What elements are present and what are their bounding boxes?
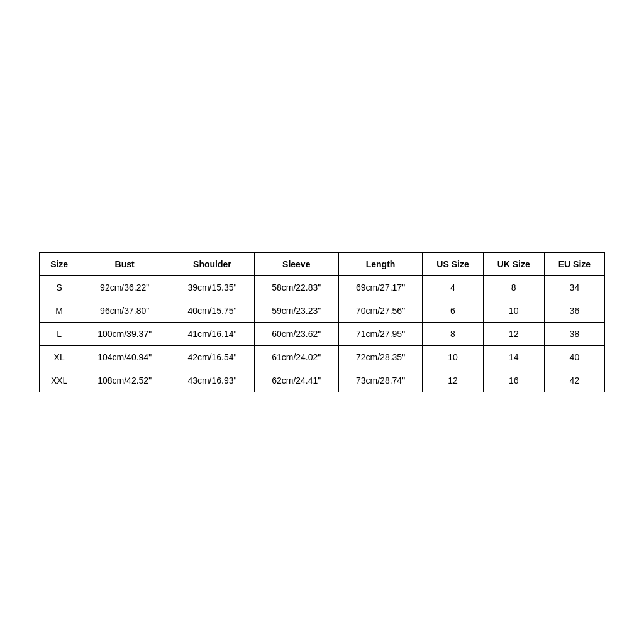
cell-eu_size: 36 <box>544 299 604 322</box>
cell-sleeve: 61cm/24.02" <box>254 345 338 369</box>
header-bust: Bust <box>79 252 170 275</box>
size-chart-table: Size Bust Shoulder Sleeve Length US Size… <box>39 252 605 392</box>
cell-eu_size: 38 <box>544 322 604 345</box>
cell-eu_size: 34 <box>544 275 604 299</box>
cell-length: 69cm/27.17" <box>338 275 423 299</box>
cell-shoulder: 43cm/16.93" <box>170 369 255 392</box>
cell-eu_size: 40 <box>544 345 604 369</box>
cell-shoulder: 39cm/15.35" <box>170 275 255 299</box>
cell-uk_size: 12 <box>483 322 544 345</box>
header-eu-size: EU Size <box>544 252 604 275</box>
cell-shoulder: 40cm/15.75" <box>170 299 255 322</box>
cell-bust: 100cm/39.37" <box>79 322 170 345</box>
table-row: S92cm/36.22"39cm/15.35"58cm/22.83"69cm/2… <box>40 275 605 299</box>
cell-sleeve: 58cm/22.83" <box>254 275 338 299</box>
cell-uk_size: 10 <box>483 299 544 322</box>
table-row: XL104cm/40.94"42cm/16.54"61cm/24.02"72cm… <box>40 345 605 369</box>
cell-bust: 104cm/40.94" <box>79 345 170 369</box>
cell-length: 71cm/27.95" <box>338 322 423 345</box>
cell-us_size: 10 <box>423 345 483 369</box>
cell-length: 73cm/28.74" <box>338 369 423 392</box>
cell-size: XL <box>40 345 79 369</box>
cell-us_size: 4 <box>423 275 483 299</box>
header-size: Size <box>40 252 79 275</box>
header-uk-size: UK Size <box>483 252 544 275</box>
header-length: Length <box>338 252 423 275</box>
size-chart-container: Size Bust Shoulder Sleeve Length US Size… <box>39 252 605 392</box>
table-header-row: Size Bust Shoulder Sleeve Length US Size… <box>40 252 605 275</box>
cell-sleeve: 60cm/23.62" <box>254 322 338 345</box>
cell-shoulder: 42cm/16.54" <box>170 345 255 369</box>
cell-uk_size: 14 <box>483 345 544 369</box>
table-row: M96cm/37.80"40cm/15.75"59cm/23.23"70cm/2… <box>40 299 605 322</box>
cell-uk_size: 8 <box>483 275 544 299</box>
cell-bust: 96cm/37.80" <box>79 299 170 322</box>
header-shoulder: Shoulder <box>170 252 255 275</box>
cell-length: 72cm/28.35" <box>338 345 423 369</box>
cell-size: XXL <box>40 369 79 392</box>
cell-us_size: 6 <box>423 299 483 322</box>
cell-size: M <box>40 299 79 322</box>
cell-sleeve: 59cm/23.23" <box>254 299 338 322</box>
cell-uk_size: 16 <box>483 369 544 392</box>
cell-bust: 92cm/36.22" <box>79 275 170 299</box>
cell-size: L <box>40 322 79 345</box>
cell-bust: 108cm/42.52" <box>79 369 170 392</box>
cell-size: S <box>40 275 79 299</box>
cell-us_size: 8 <box>423 322 483 345</box>
header-us-size: US Size <box>423 252 483 275</box>
cell-length: 70cm/27.56" <box>338 299 423 322</box>
cell-us_size: 12 <box>423 369 483 392</box>
cell-eu_size: 42 <box>544 369 604 392</box>
cell-sleeve: 62cm/24.41" <box>254 369 338 392</box>
header-sleeve: Sleeve <box>254 252 338 275</box>
table-row: L100cm/39.37"41cm/16.14"60cm/23.62"71cm/… <box>40 322 605 345</box>
table-row: XXL108cm/42.52"43cm/16.93"62cm/24.41"73c… <box>40 369 605 392</box>
cell-shoulder: 41cm/16.14" <box>170 322 255 345</box>
